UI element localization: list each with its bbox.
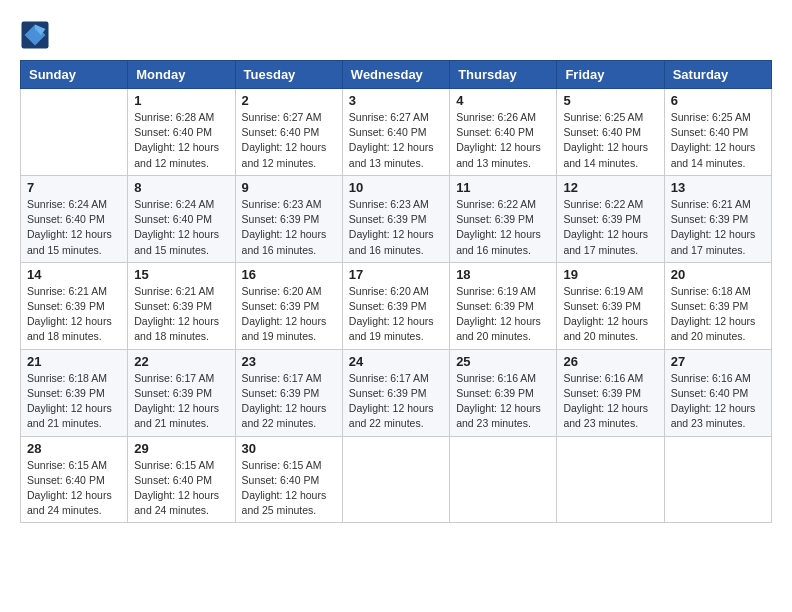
cell-info: Sunrise: 6:15 AMSunset: 6:40 PMDaylight:… [134,458,228,519]
cell-info: Sunrise: 6:25 AMSunset: 6:40 PMDaylight:… [563,110,657,171]
calendar-cell: 30Sunrise: 6:15 AMSunset: 6:40 PMDayligh… [235,436,342,523]
day-number: 26 [563,354,657,369]
calendar-cell: 4Sunrise: 6:26 AMSunset: 6:40 PMDaylight… [450,89,557,176]
cell-info: Sunrise: 6:26 AMSunset: 6:40 PMDaylight:… [456,110,550,171]
cell-info: Sunrise: 6:25 AMSunset: 6:40 PMDaylight:… [671,110,765,171]
calendar-cell: 16Sunrise: 6:20 AMSunset: 6:39 PMDayligh… [235,262,342,349]
day-number: 4 [456,93,550,108]
day-number: 5 [563,93,657,108]
calendar-cell: 22Sunrise: 6:17 AMSunset: 6:39 PMDayligh… [128,349,235,436]
calendar-cell [450,436,557,523]
cell-info: Sunrise: 6:16 AMSunset: 6:39 PMDaylight:… [563,371,657,432]
logo [20,20,54,50]
calendar-cell: 14Sunrise: 6:21 AMSunset: 6:39 PMDayligh… [21,262,128,349]
calendar-cell: 23Sunrise: 6:17 AMSunset: 6:39 PMDayligh… [235,349,342,436]
header [20,20,772,50]
day-number: 13 [671,180,765,195]
calendar-cell: 24Sunrise: 6:17 AMSunset: 6:39 PMDayligh… [342,349,449,436]
day-number: 9 [242,180,336,195]
cell-info: Sunrise: 6:20 AMSunset: 6:39 PMDaylight:… [349,284,443,345]
day-number: 6 [671,93,765,108]
day-number: 7 [27,180,121,195]
cell-info: Sunrise: 6:28 AMSunset: 6:40 PMDaylight:… [134,110,228,171]
day-number: 14 [27,267,121,282]
cell-info: Sunrise: 6:16 AMSunset: 6:40 PMDaylight:… [671,371,765,432]
calendar-cell: 12Sunrise: 6:22 AMSunset: 6:39 PMDayligh… [557,175,664,262]
day-number: 27 [671,354,765,369]
cell-info: Sunrise: 6:27 AMSunset: 6:40 PMDaylight:… [349,110,443,171]
cell-info: Sunrise: 6:18 AMSunset: 6:39 PMDaylight:… [27,371,121,432]
calendar-cell: 3Sunrise: 6:27 AMSunset: 6:40 PMDaylight… [342,89,449,176]
cell-info: Sunrise: 6:20 AMSunset: 6:39 PMDaylight:… [242,284,336,345]
cell-info: Sunrise: 6:18 AMSunset: 6:39 PMDaylight:… [671,284,765,345]
cell-info: Sunrise: 6:16 AMSunset: 6:39 PMDaylight:… [456,371,550,432]
day-number: 21 [27,354,121,369]
day-number: 18 [456,267,550,282]
cell-info: Sunrise: 6:24 AMSunset: 6:40 PMDaylight:… [27,197,121,258]
day-number: 28 [27,441,121,456]
calendar-cell: 13Sunrise: 6:21 AMSunset: 6:39 PMDayligh… [664,175,771,262]
calendar-week-row: 1Sunrise: 6:28 AMSunset: 6:40 PMDaylight… [21,89,772,176]
calendar-cell: 25Sunrise: 6:16 AMSunset: 6:39 PMDayligh… [450,349,557,436]
day-number: 2 [242,93,336,108]
calendar-cell: 26Sunrise: 6:16 AMSunset: 6:39 PMDayligh… [557,349,664,436]
calendar-header-row: SundayMondayTuesdayWednesdayThursdayFrid… [21,61,772,89]
cell-info: Sunrise: 6:22 AMSunset: 6:39 PMDaylight:… [563,197,657,258]
calendar-cell: 7Sunrise: 6:24 AMSunset: 6:40 PMDaylight… [21,175,128,262]
day-number: 15 [134,267,228,282]
logo-icon [20,20,50,50]
calendar-cell: 2Sunrise: 6:27 AMSunset: 6:40 PMDaylight… [235,89,342,176]
day-number: 25 [456,354,550,369]
day-of-week-header: Tuesday [235,61,342,89]
day-number: 3 [349,93,443,108]
cell-info: Sunrise: 6:24 AMSunset: 6:40 PMDaylight:… [134,197,228,258]
calendar-cell: 11Sunrise: 6:22 AMSunset: 6:39 PMDayligh… [450,175,557,262]
day-number: 19 [563,267,657,282]
calendar-cell: 15Sunrise: 6:21 AMSunset: 6:39 PMDayligh… [128,262,235,349]
calendar-cell: 6Sunrise: 6:25 AMSunset: 6:40 PMDaylight… [664,89,771,176]
day-number: 8 [134,180,228,195]
day-of-week-header: Saturday [664,61,771,89]
cell-info: Sunrise: 6:23 AMSunset: 6:39 PMDaylight:… [242,197,336,258]
calendar-cell [21,89,128,176]
day-number: 11 [456,180,550,195]
day-number: 17 [349,267,443,282]
calendar-cell: 21Sunrise: 6:18 AMSunset: 6:39 PMDayligh… [21,349,128,436]
calendar-cell: 19Sunrise: 6:19 AMSunset: 6:39 PMDayligh… [557,262,664,349]
day-number: 16 [242,267,336,282]
day-of-week-header: Friday [557,61,664,89]
calendar-cell: 28Sunrise: 6:15 AMSunset: 6:40 PMDayligh… [21,436,128,523]
cell-info: Sunrise: 6:15 AMSunset: 6:40 PMDaylight:… [27,458,121,519]
calendar-cell [664,436,771,523]
calendar-cell: 5Sunrise: 6:25 AMSunset: 6:40 PMDaylight… [557,89,664,176]
page-container: SundayMondayTuesdayWednesdayThursdayFrid… [20,20,772,523]
cell-info: Sunrise: 6:21 AMSunset: 6:39 PMDaylight:… [134,284,228,345]
day-of-week-header: Wednesday [342,61,449,89]
calendar-cell: 9Sunrise: 6:23 AMSunset: 6:39 PMDaylight… [235,175,342,262]
calendar-table: SundayMondayTuesdayWednesdayThursdayFrid… [20,60,772,523]
day-number: 23 [242,354,336,369]
cell-info: Sunrise: 6:19 AMSunset: 6:39 PMDaylight:… [563,284,657,345]
day-number: 24 [349,354,443,369]
day-of-week-header: Monday [128,61,235,89]
day-of-week-header: Thursday [450,61,557,89]
cell-info: Sunrise: 6:27 AMSunset: 6:40 PMDaylight:… [242,110,336,171]
day-number: 30 [242,441,336,456]
calendar-cell: 8Sunrise: 6:24 AMSunset: 6:40 PMDaylight… [128,175,235,262]
calendar-cell [342,436,449,523]
cell-info: Sunrise: 6:17 AMSunset: 6:39 PMDaylight:… [134,371,228,432]
cell-info: Sunrise: 6:23 AMSunset: 6:39 PMDaylight:… [349,197,443,258]
day-number: 29 [134,441,228,456]
cell-info: Sunrise: 6:15 AMSunset: 6:40 PMDaylight:… [242,458,336,519]
calendar-cell: 10Sunrise: 6:23 AMSunset: 6:39 PMDayligh… [342,175,449,262]
cell-info: Sunrise: 6:21 AMSunset: 6:39 PMDaylight:… [671,197,765,258]
day-number: 10 [349,180,443,195]
day-number: 1 [134,93,228,108]
day-of-week-header: Sunday [21,61,128,89]
calendar-cell: 29Sunrise: 6:15 AMSunset: 6:40 PMDayligh… [128,436,235,523]
day-number: 12 [563,180,657,195]
calendar-week-row: 7Sunrise: 6:24 AMSunset: 6:40 PMDaylight… [21,175,772,262]
day-number: 20 [671,267,765,282]
calendar-week-row: 14Sunrise: 6:21 AMSunset: 6:39 PMDayligh… [21,262,772,349]
cell-info: Sunrise: 6:17 AMSunset: 6:39 PMDaylight:… [242,371,336,432]
